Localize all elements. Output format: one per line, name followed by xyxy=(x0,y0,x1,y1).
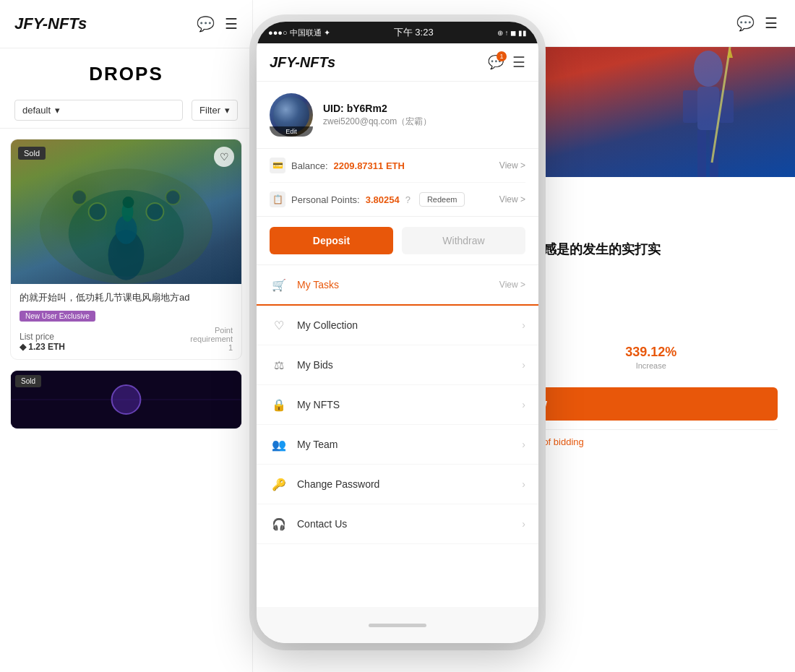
status-carrier: ●●●○ 中国联通 ✦ xyxy=(268,27,330,38)
nft-price-row: List price ◆ 1.23 ETH Pointrequirement1 xyxy=(20,326,233,352)
chevron-down-icon: ▾ xyxy=(55,105,60,116)
left-panel: JFY-NFTs 💬 ☰ DROPS default ▾ Filter ▾ xyxy=(0,0,253,672)
user-email: zwei5200@qq.com（宏霸） xyxy=(323,116,431,128)
password-chevron-icon: › xyxy=(522,478,525,490)
status-icons: ⊕ ↑ ◼ ▮▮ xyxy=(497,29,527,37)
menu-item-left-4: 👥 My Team xyxy=(270,435,338,454)
increase-value: 339.12% xyxy=(532,345,771,360)
nft-card-2-image: Sold xyxy=(11,371,241,428)
menu-item-contact-us[interactable]: 🎧 Contact Us › xyxy=(257,504,538,544)
point-requirement: Pointrequirement1 xyxy=(190,326,233,352)
menu-label-team: My Team xyxy=(297,439,338,450)
menu-item-my-collection[interactable]: ♡ My Collection › xyxy=(257,306,538,345)
svg-point-6 xyxy=(89,203,106,220)
nfts-icon: 🔒 xyxy=(270,395,288,414)
collection-icon: ♡ xyxy=(270,316,288,335)
left-header-icons: 💬 ☰ xyxy=(197,15,238,33)
collection-chevron-icon: › xyxy=(522,319,525,331)
menu-label-tasks: My Tasks xyxy=(297,279,339,290)
mobile-menu-icon[interactable]: ☰ xyxy=(512,53,525,71)
default-select[interactable]: default ▾ xyxy=(14,100,183,121)
left-header: JFY-NFTs 💬 ☰ xyxy=(0,0,252,48)
contact-icon: 🎧 xyxy=(270,514,288,533)
withdraw-button[interactable]: Withdraw xyxy=(402,227,525,254)
mobile-header: JFY-NFTs 💬 1 ☰ xyxy=(257,43,538,82)
points-view-link[interactable]: View > xyxy=(499,194,525,204)
chat-icon[interactable]: 💬 xyxy=(197,15,215,33)
menu-item-my-tasks[interactable]: 🛒 My Tasks View > xyxy=(257,265,538,306)
nft-card-2[interactable]: Sold xyxy=(10,370,242,429)
password-icon: 🔑 xyxy=(270,475,288,494)
nfts-chevron-icon: › xyxy=(522,399,525,410)
menu-item-change-password[interactable]: 🔑 Change Password › xyxy=(257,465,538,504)
right-chat-icon[interactable]: 💬 xyxy=(736,14,755,32)
user-profile: Edit UID: bY6Rm2 zwei5200@qq.com（宏霸） xyxy=(257,82,538,149)
mobile-header-icons: 💬 1 ☰ xyxy=(488,53,525,71)
filter-select[interactable]: Filter ▾ xyxy=(192,100,238,121)
team-icon: 👥 xyxy=(270,435,288,454)
nft-card-1-title: 的就开始叫，低功耗几节课电风扇地方ad xyxy=(20,291,233,304)
menu-item-left-1: ♡ My Collection xyxy=(270,316,358,335)
menu-icon[interactable]: ☰ xyxy=(225,15,238,33)
home-bar xyxy=(369,624,426,627)
points-row: 📋 Personal Points: 3.80254 ? Redeem View… xyxy=(270,183,525,216)
balance-left: 💳 Balance: 2209.87311 ETH xyxy=(270,158,405,173)
bids-chevron-icon: › xyxy=(522,359,525,371)
team-chevron-icon: › xyxy=(522,439,525,450)
filter-row: default ▾ Filter ▾ xyxy=(0,92,252,129)
nft-card-1-image: Sold ♡ xyxy=(11,139,241,284)
nft-tag: New User Exclusive xyxy=(20,311,95,322)
menu-item-left-0: 🛒 My Tasks xyxy=(270,275,339,294)
svg-point-9 xyxy=(166,190,180,204)
drops-title: DROPS xyxy=(0,48,252,92)
balance-icon: 💳 xyxy=(270,158,285,173)
svg-rect-15 xyxy=(697,87,719,130)
notification-badge: 1 xyxy=(497,51,507,61)
svg-point-14 xyxy=(694,51,723,87)
increase-stat: 339.12% Increase xyxy=(525,337,778,377)
user-uid: UID: bY6Rm2 xyxy=(323,103,431,114)
menu-item-left-6: 🎧 Contact Us xyxy=(270,514,347,533)
redeem-button[interactable]: Redeem xyxy=(419,192,465,207)
nft-card-1-body: 的就开始叫，低功耗几节课电风扇地方ad New User Exclusive L… xyxy=(11,284,241,359)
right-menu-icon[interactable]: ☰ xyxy=(765,14,778,32)
menu-item-my-bids[interactable]: ⚖ My Bids › xyxy=(257,345,538,385)
tasks-view-text: View > xyxy=(499,280,525,290)
notification-icon[interactable]: 💬 1 xyxy=(488,54,504,70)
menu-item-left-2: ⚖ My Bids xyxy=(270,356,333,374)
sold-badge-2: Sold xyxy=(15,375,41,387)
filter-chevron-icon: ▾ xyxy=(225,105,230,116)
points-icon: 📋 xyxy=(270,191,285,207)
increase-label: Increase xyxy=(532,361,771,370)
menu-label-contact: Contact Us xyxy=(297,518,347,530)
balance-section: 💳 Balance: 2209.87311 ETH View > 📋 Perso… xyxy=(257,149,538,217)
svg-rect-16 xyxy=(683,90,697,123)
menu-item-my-nfts[interactable]: 🔒 My NFTS › xyxy=(257,385,538,425)
menu-label-nfts: My NFTS xyxy=(297,399,340,410)
menu-item-my-team[interactable]: 👥 My Team › xyxy=(257,425,538,465)
points-amount: 3.80254 xyxy=(366,194,400,205)
menu-right-tasks: View > xyxy=(499,280,525,290)
status-time: 下午 3:23 xyxy=(394,26,434,39)
bids-icon: ⚖ xyxy=(270,356,288,374)
avatar-wrap[interactable]: Edit xyxy=(270,93,313,137)
contact-chevron-icon: › xyxy=(522,518,525,530)
favorite-icon[interactable]: ♡ xyxy=(214,147,234,167)
balance-view-link[interactable]: View > xyxy=(499,160,525,171)
menu-list: 🛒 My Tasks View > ♡ My Collection › ⚖ My… xyxy=(257,265,538,607)
svg-point-5 xyxy=(123,197,134,208)
points-left: 📋 Personal Points: 3.80254 ? Redeem xyxy=(270,191,470,207)
menu-item-left-5: 🔑 Change Password xyxy=(270,475,379,494)
left-logo: JFY-NFTs xyxy=(14,14,87,33)
balance-amount: 2209.87311 ETH xyxy=(334,160,405,171)
home-indicator xyxy=(257,607,538,643)
nft-card-1[interactable]: Sold ♡ 的就开始叫，低功耗几节课电风扇地方ad New User Excl… xyxy=(10,139,242,360)
deposit-button[interactable]: Deposit xyxy=(270,227,393,254)
help-icon[interactable]: ? xyxy=(405,194,411,205)
menu-label-collection: My Collection xyxy=(297,319,358,331)
edit-label: Edit xyxy=(270,126,313,137)
mobile-overlay: ●●●○ 中国联通 ✦ 下午 3:23 ⊕ ↑ ◼ ▮▮ JFY-NFTs 💬 … xyxy=(257,22,538,643)
svg-point-7 xyxy=(146,203,163,220)
mobile-logo: JFY-NFTs xyxy=(270,54,335,71)
svg-point-8 xyxy=(72,190,87,204)
